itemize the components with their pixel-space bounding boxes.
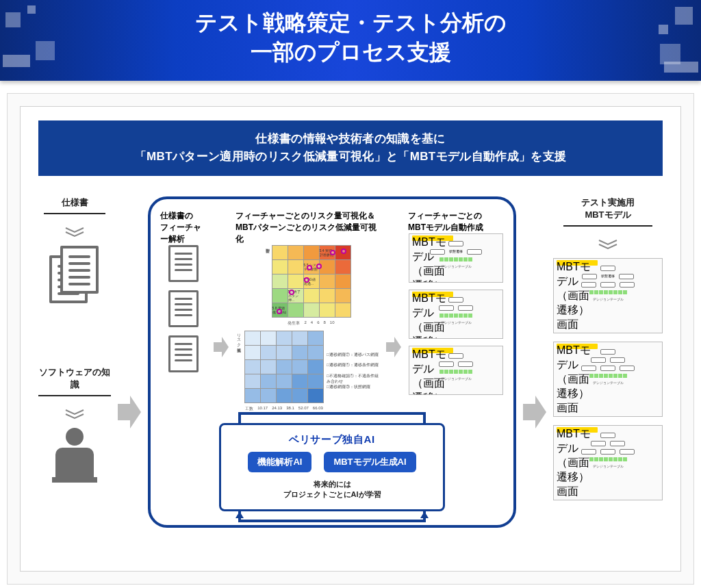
heatmap2-ylabel: リスク低減量: [235, 331, 242, 412]
heatmap2-legend: □遷移網羅②：遷移パス網羅 □遷移網羅①：遷移条件網羅 □不適格確認①：不適条件…: [327, 353, 379, 390]
input-spec-column: 仕様書: [44, 196, 105, 305]
process-col-feature-analysis: 仕様書の フィーチャー解析: [160, 210, 207, 372]
svg-marker-1: [214, 337, 229, 357]
process-col2-title: フィーチャーごとのリスク量可視化＆ MBTパターンごとのリスク低減量可視化: [235, 210, 379, 245]
ai-box-subtext: 将来的にはプロジェクトごとにAIが学習: [231, 479, 433, 500]
process-panel: 仕様書の フィーチャー解析 フィーチャーごとのリスク量可視化＆ MBTパターンご…: [148, 196, 516, 528]
feedback-arrows-icon: [219, 510, 445, 526]
heatmap1-xlabel: 発生率: [288, 320, 300, 327]
model-tool-thumbnail: MBTモデル（画面遷移）画面 デシジョンテーブル: [409, 346, 503, 395]
document-icon: [168, 290, 199, 327]
diagram-inner-frame: 仕様書の情報や技術者の知識を基に 「MBTパターン適用時のリスク低減量可視化」と…: [20, 106, 681, 572]
output-column: テスト実施用 MBTモデル MBTモデル（画面遷移）画面 状態遷移デシジョンテー…: [553, 196, 663, 500]
svg-marker-0: [118, 396, 141, 429]
risk-heatmap: 5.4 実行計画参照 5.5 システム状態 5.6 G値超過… 5.7 終了ボタ…: [272, 245, 351, 327]
process-col1-title: 仕様書の フィーチャー解析: [160, 210, 207, 245]
output-title: テスト実施用 MBTモデル: [563, 196, 652, 227]
chevron-down-icon: [598, 239, 618, 253]
input-spec-label: 仕様書: [44, 196, 105, 214]
svg-marker-2: [386, 337, 401, 357]
document-stack-icon: [49, 246, 100, 305]
person-icon: [51, 428, 99, 488]
ai-box: ベリサーブ独自AI 機能解析AI MBTモデル生成AI 将来的にはプロジェクトご…: [219, 423, 445, 511]
output-model-thumbnail: MBTモデル（画面遷移）画面 状態遷移デシジョンテーブル: [553, 258, 663, 333]
model-tool-thumbnail: MBTモデル（画面遷移）画面 デシジョンテーブル: [409, 290, 503, 339]
svg-marker-3: [235, 511, 244, 518]
input-knowledge-label: ソフトウェアの知識: [38, 366, 111, 396]
arrow-right-icon: [523, 396, 546, 431]
ai-box-title: ベリサーブ独自AI: [231, 433, 433, 446]
chevron-down-icon: [64, 227, 85, 240]
title-banner: テスト戦略策定・テスト分析の 一部のプロセス支援: [0, 0, 701, 81]
pipeline-row: 仕様書 ソフトウェアの知識: [38, 196, 663, 528]
output-model-thumbnail: MBTモデル（画面遷移）画面 デシジョンテーブル: [553, 425, 663, 500]
sub-banner: 仕様書の情報や技術者の知識を基に 「MBTパターン適用時のリスク低減量可視化」と…: [38, 120, 663, 176]
svg-marker-4: [420, 511, 429, 518]
output-model-thumbnail: MBTモデル（画面遷移）画面 デシジョンテーブル: [553, 342, 663, 417]
svg-marker-5: [523, 396, 546, 429]
document-icon: [168, 245, 199, 282]
arrow-right-icon: [118, 396, 141, 431]
process-col-risk-visualization: フィーチャーごとのリスク量可視化＆ MBTパターンごとのリスク低減量可視化 影響…: [235, 210, 379, 412]
process-col3-title: フィーチャーごとの MBTモデル自動作成: [408, 210, 504, 233]
feedback-arrows-icon: [219, 409, 445, 424]
ai-feature-analysis-button[interactable]: 機能解析AI: [248, 452, 311, 472]
page-title: テスト戦略策定・テスト分析の 一部のプロセス支援: [0, 8, 701, 67]
ai-mbt-model-generation-button[interactable]: MBTモデル生成AI: [324, 452, 416, 472]
model-tool-thumbnail: MBTモデル（画面遷移）画面 状態遷移デシジョンテーブル: [409, 233, 503, 283]
input-knowledge-column: ソフトウェアの知識: [38, 366, 111, 488]
diagram-outer-frame: 仕様書の情報や技術者の知識を基に 「MBTパターン適用時のリスク低減量可視化」と…: [7, 93, 694, 585]
risk-reduction-heatmap: 工数 10.1724.1338.152.0766.03: [244, 331, 324, 412]
arrow-right-icon: [386, 337, 401, 360]
heatmap1-ylabel: 影響度: [264, 245, 270, 327]
document-icon: [168, 335, 199, 372]
chevron-down-icon: [64, 409, 85, 422]
process-col-model-autocreate: フィーチャーごとの MBTモデル自動作成 MBTモデル（画面遷移）画面 状態遷移…: [408, 210, 504, 395]
arrow-right-icon: [214, 337, 229, 360]
